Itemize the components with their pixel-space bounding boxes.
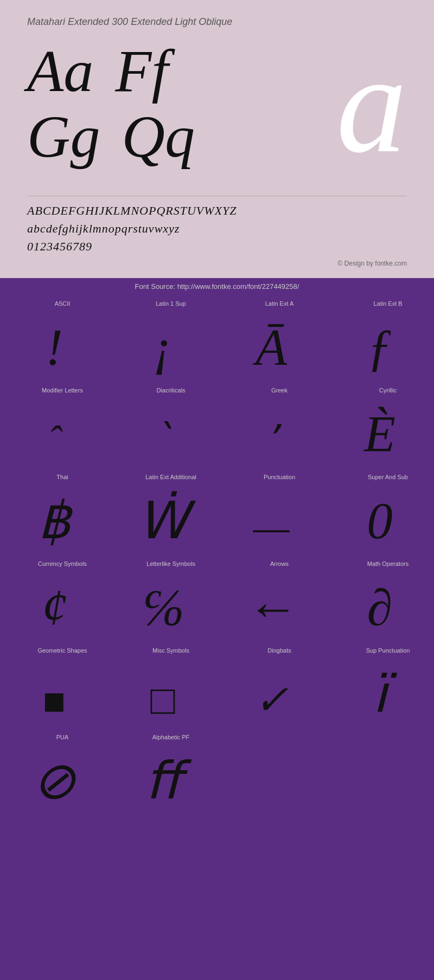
glyph-cell: Sup Punctuationı̈ (326, 642, 434, 728)
glyph-char: ʼ (265, 420, 278, 460)
glyph-cell: Greekʼ (217, 382, 326, 468)
glyph-char: ﬀ (145, 756, 181, 807)
glyph-cell: Modifier Lettersˆ (0, 382, 108, 468)
glyph-char: È (364, 409, 395, 460)
glyph-cell: Misc Symbols□ (108, 642, 217, 728)
glyph-label: Thai (11, 474, 114, 480)
glyph-label: Latin Ext Additional (119, 474, 222, 480)
glyph-char: ˋ (152, 420, 173, 460)
glyph-char: ℅ (141, 582, 184, 634)
glyph-char: ← (246, 582, 297, 634)
letter-pair-qq: Qq (122, 104, 194, 170)
glyph-label: Currency Symbols (11, 560, 114, 567)
alphabet-section: ABCDEFGHIJKLMNOPQRSTUVWXYZ abcdefghijklm… (27, 196, 407, 267)
glyph-char: ¢ (41, 582, 67, 634)
top-section: Matahari Extended 300 Extended Light Obl… (0, 0, 434, 278)
glyph-char: □ (150, 680, 175, 720)
big-letters: Aa Ff Gg Qq (27, 38, 255, 170)
glyph-cell: Alphabetic PFﬀ (108, 728, 217, 815)
letter-pair-gg: Gg (27, 104, 100, 170)
glyph-cell: Thai฿ (0, 468, 108, 555)
glyph-cell: Geometric Shapes■ (0, 642, 108, 728)
glyph-cell: Latin Ext AdditionalẆ (108, 468, 217, 555)
glyph-label: Diacriticals (119, 387, 222, 394)
glyph-label: Alphabetic PF (119, 734, 222, 740)
glyph-cell: Diacriticalsˋ (108, 382, 217, 468)
glyph-cell: Math Operators∂ (326, 555, 434, 642)
glyph-char: ı̈ (373, 669, 387, 720)
glyph-char: Ẇ (137, 495, 188, 547)
glyph-cell: Arrows← (217, 555, 326, 642)
lowercase-line: abcdefghijklmnopqrstuvwxyz (27, 220, 407, 237)
glyph-char: ✓ (254, 680, 289, 720)
glyph-label: Letterlike Symbols (119, 560, 222, 567)
glyph-label: Latin Ext B (336, 300, 434, 307)
glyph-label: PUA (11, 734, 114, 740)
glyph-label: Math Operators (336, 560, 434, 567)
glyph-char: ¡ (153, 322, 173, 373)
glyph-cell: Latin Ext Bƒ (326, 295, 434, 382)
glyph-label: Latin Ext A (228, 300, 331, 307)
source-text: Font Source: http://www.fontke.com/font/… (135, 282, 299, 291)
uppercase-line: ABCDEFGHIJKLMNOPQRSTUVWXYZ (27, 202, 407, 220)
glyph-cell: Latin 1 Sup¡ (108, 295, 217, 382)
glyph-cell: Letterlike Symbols℅ (108, 555, 217, 642)
glyph-char: ฿ (38, 495, 71, 547)
glyph-label: Dingbats (228, 647, 331, 654)
specimen-area: Aa Ff Gg Qq a (27, 38, 407, 190)
large-char: a (336, 33, 407, 174)
glyph-char: ∂ (367, 582, 393, 634)
glyph-char: ƒ (367, 322, 393, 373)
glyph-cell: Latin Ext AĀ (217, 295, 326, 382)
glyph-cell: Super And Sub0 (326, 468, 434, 555)
glyph-cell: ASCII! (0, 295, 108, 382)
glyph-char: 0 (367, 495, 393, 547)
glyph-label: Latin 1 Sup (119, 300, 222, 307)
glyph-label: Misc Symbols (119, 647, 222, 654)
copyright: © Design by fontke.com (27, 260, 407, 267)
glyph-label: Sup Punctuation (336, 647, 434, 654)
glyph-cell: Dingbats✓ (217, 642, 326, 728)
glyph-label: Punctuation (228, 474, 331, 480)
glyph-label: Arrows (228, 560, 331, 567)
glyph-label: Super And Sub (336, 474, 434, 480)
glyph-char: ⊘ (33, 756, 76, 807)
letter-pair-aa: Aa (27, 38, 93, 104)
letter-pair-ff: Ff (115, 38, 168, 104)
glyph-cell: CyrillicÈ (326, 382, 434, 468)
glyph-label: Modifier Letters (11, 387, 114, 394)
glyph-char: ■ (43, 682, 66, 720)
glyph-char: ! (46, 322, 63, 373)
glyph-cell: Punctuation— (217, 468, 326, 555)
glyph-char: Ā (256, 322, 287, 373)
glyph-cell: Currency Symbols¢ (0, 555, 108, 642)
source-bar: Font Source: http://www.fontke.com/font/… (0, 278, 434, 295)
glyph-label: ASCII (11, 300, 114, 307)
glyphs-grid: ASCII!Latin 1 Sup¡Latin Ext AĀLatin Ext … (0, 295, 434, 815)
glyph-char: — (253, 506, 290, 547)
glyph-label: Geometric Shapes (11, 647, 114, 654)
glyph-char: ˆ (48, 420, 61, 460)
digits-line: 0123456789 (27, 237, 407, 255)
glyph-cell: PUA⊘ (0, 728, 108, 815)
glyph-label: Cyrillic (336, 387, 434, 394)
glyph-label: Greek (228, 387, 331, 394)
